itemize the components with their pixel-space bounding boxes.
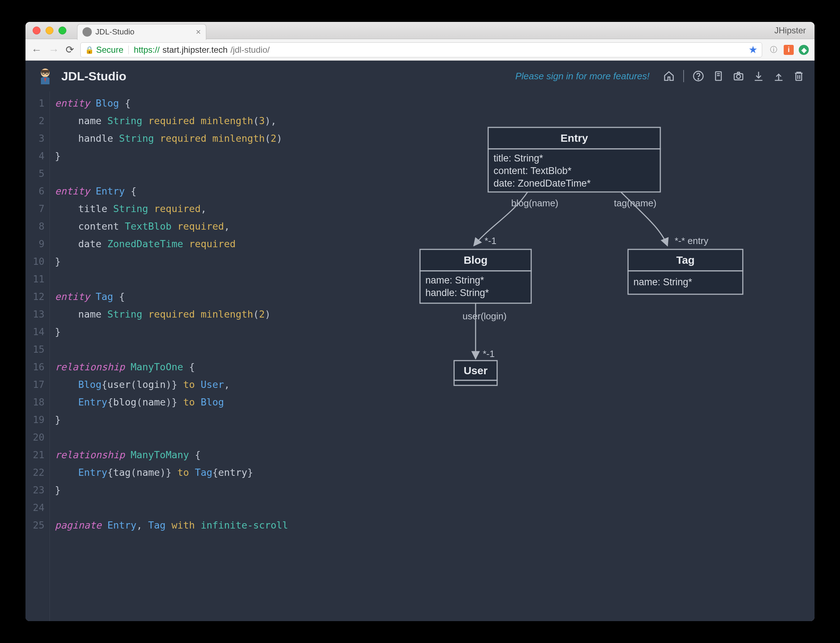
code-line[interactable]: date ZonedDateTime required bbox=[55, 235, 384, 253]
code-line[interactable] bbox=[55, 341, 384, 358]
url-separator bbox=[129, 46, 129, 54]
code-line[interactable]: name String required minlength(3), bbox=[55, 112, 384, 129]
code-line[interactable]: Blog{user(login)} to User, bbox=[55, 376, 384, 393]
bookmark-star-icon[interactable]: ★ bbox=[749, 44, 757, 55]
code-line[interactable]: } bbox=[55, 147, 384, 165]
url-host: start.jhipster.tech bbox=[163, 45, 227, 55]
svg-point-10 bbox=[737, 75, 741, 78]
browser-tab[interactable]: JDL-Studio × bbox=[77, 24, 206, 40]
urlbar: ← → ⟳ 🔒 Secure https://start.jhipster.te… bbox=[26, 39, 814, 60]
forward-icon[interactable]: → bbox=[49, 44, 59, 56]
code-line[interactable]: content TextBlob required, bbox=[55, 217, 384, 235]
code-line[interactable]: } bbox=[55, 253, 384, 270]
help-icon[interactable] bbox=[693, 70, 704, 82]
back-icon[interactable]: ← bbox=[31, 44, 42, 56]
svg-point-5 bbox=[698, 78, 699, 79]
download-icon[interactable] bbox=[753, 70, 764, 82]
maximize-window-icon[interactable] bbox=[59, 26, 66, 34]
favicon-icon bbox=[83, 27, 92, 37]
logo-avatar-icon bbox=[36, 66, 55, 86]
close-window-icon[interactable] bbox=[33, 26, 41, 34]
code-editor[interactable]: 1234567891011121314151617181920212223242… bbox=[26, 91, 384, 621]
url-protocol: https:// bbox=[134, 45, 160, 55]
code-line[interactable]: } bbox=[55, 323, 384, 341]
secure-indicator: 🔒 Secure bbox=[85, 45, 124, 55]
close-tab-icon[interactable]: × bbox=[196, 27, 201, 37]
browser-window: JDL-Studio × JHipster ← → ⟳ 🔒 Secure htt… bbox=[26, 22, 814, 621]
minimize-window-icon[interactable] bbox=[46, 26, 54, 34]
document-icon[interactable] bbox=[713, 70, 724, 82]
svg-rect-11 bbox=[796, 73, 802, 80]
camera-icon[interactable] bbox=[733, 70, 744, 82]
svg-text:User: User bbox=[464, 364, 488, 376]
titlebar: JDL-Studio × JHipster bbox=[26, 22, 814, 39]
code-line[interactable]: entity Entry { bbox=[55, 182, 384, 200]
app-header: JDL-Studio Please sign in for more featu… bbox=[26, 60, 814, 91]
tab-title: JDL-Studio bbox=[95, 27, 192, 37]
entity-user[interactable]: User bbox=[454, 361, 497, 385]
secure-label: Secure bbox=[96, 45, 124, 55]
watermark-label: JHipster bbox=[774, 26, 806, 36]
svg-rect-31 bbox=[454, 380, 497, 385]
svg-text:name: String*: name: String* bbox=[425, 275, 484, 286]
svg-text:Blog: Blog bbox=[464, 254, 488, 266]
upload-icon[interactable] bbox=[773, 70, 785, 82]
app-root: JDL-Studio Please sign in for more featu… bbox=[26, 60, 814, 621]
window-controls bbox=[26, 26, 66, 34]
card-blog-label: *-1 bbox=[485, 235, 497, 246]
svg-text:name: String*: name: String* bbox=[633, 277, 692, 287]
app-title: JDL-Studio bbox=[61, 69, 126, 83]
code-line[interactable]: relationship ManyToOne { bbox=[55, 358, 384, 376]
signin-link[interactable]: Please sign in for more features! bbox=[515, 71, 650, 82]
entity-tag[interactable]: Tag name: String* bbox=[628, 250, 743, 294]
code-line[interactable]: handle String required minlength(2) bbox=[55, 129, 384, 147]
reload-icon[interactable]: ⟳ bbox=[66, 44, 74, 55]
svg-text:Tag: Tag bbox=[676, 254, 694, 266]
code-line[interactable]: Entry{tag(name)} to Tag{entry} bbox=[55, 463, 384, 481]
code-line[interactable] bbox=[55, 499, 384, 516]
code-line[interactable]: relationship ManyToMany { bbox=[55, 446, 384, 463]
code-line[interactable]: name String required minlength(2) bbox=[55, 305, 384, 323]
code-line[interactable] bbox=[55, 428, 384, 446]
header-separator bbox=[683, 70, 684, 82]
url-path: /jdl-studio/ bbox=[231, 45, 270, 55]
lock-icon: 🔒 bbox=[85, 46, 94, 54]
rel-user-label: user(login) bbox=[463, 311, 507, 322]
app-content: 1234567891011121314151617181920212223242… bbox=[26, 91, 814, 621]
card-user-label: *-1 bbox=[483, 348, 495, 359]
rel-tag-label: tag(name) bbox=[614, 198, 657, 209]
info-icon[interactable]: ⓘ bbox=[768, 45, 779, 55]
code-area[interactable]: entity Blog { name String required minle… bbox=[50, 91, 384, 621]
diagram-panel: Entry title: String* content: TextBlob* … bbox=[384, 91, 814, 621]
code-line[interactable] bbox=[55, 270, 384, 288]
extension-icons: ⓘ i ◆ bbox=[768, 45, 809, 55]
code-line[interactable]: paginate Entry, Tag with infinite-scroll bbox=[55, 516, 384, 534]
code-line[interactable]: title String required, bbox=[55, 200, 384, 217]
code-line[interactable]: Entry{blog(name)} to Blog bbox=[55, 393, 384, 411]
extension-icon[interactable]: i bbox=[784, 45, 794, 55]
code-line[interactable]: entity Blog { bbox=[55, 95, 384, 112]
svg-text:handle: String*: handle: String* bbox=[425, 287, 489, 298]
extension-adblock-icon[interactable]: ◆ bbox=[799, 45, 809, 55]
card-tag-label: *-* entry bbox=[675, 235, 708, 246]
svg-text:date: ZonedDateTime*: date: ZonedDateTime* bbox=[493, 178, 591, 189]
trash-icon[interactable] bbox=[793, 70, 804, 82]
line-gutter: 1234567891011121314151617181920212223242… bbox=[26, 91, 50, 621]
svg-text:title: String*: title: String* bbox=[493, 153, 544, 164]
entity-entry[interactable]: Entry title: String* content: TextBlob* … bbox=[488, 127, 660, 192]
code-line[interactable]: } bbox=[55, 481, 384, 499]
code-line[interactable]: entity Tag { bbox=[55, 288, 384, 305]
entity-blog[interactable]: Blog name: String* handle: String* bbox=[420, 250, 531, 303]
code-line[interactable] bbox=[55, 165, 384, 182]
svg-text:content: TextBlob*: content: TextBlob* bbox=[493, 165, 572, 176]
code-line[interactable]: } bbox=[55, 411, 384, 428]
address-bar[interactable]: 🔒 Secure https://start.jhipster.tech/jdl… bbox=[80, 42, 762, 57]
home-icon[interactable] bbox=[663, 70, 675, 82]
svg-text:Entry: Entry bbox=[561, 132, 588, 144]
